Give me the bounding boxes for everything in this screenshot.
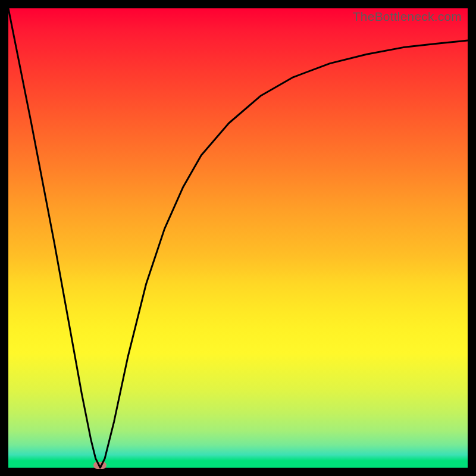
plot-area: TheBottleneck.com [8, 8, 468, 468]
curve-path [8, 8, 468, 468]
chart-frame: TheBottleneck.com [0, 0, 476, 476]
bottleneck-curve [8, 8, 468, 468]
